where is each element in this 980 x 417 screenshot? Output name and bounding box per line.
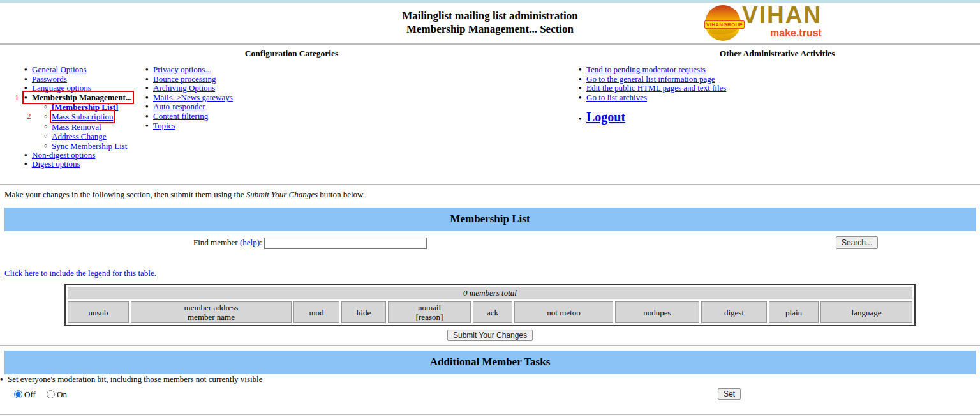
find-member-input[interactable] bbox=[264, 238, 427, 249]
topics-link[interactable]: Topics bbox=[153, 121, 175, 130]
mass-removal-link[interactable]: Mass Removal bbox=[52, 121, 101, 131]
content-filtering-link[interactable]: Content filtering bbox=[153, 111, 208, 121]
moderation-bit-task-label: Set everyone's moderation bit, including… bbox=[8, 374, 262, 384]
bounce-processing-link[interactable]: Bounce processing bbox=[153, 74, 216, 84]
instructions-prefix: Make your changes in the following secti… bbox=[4, 190, 246, 199]
membership-list-link[interactable]: [Membership List] bbox=[52, 102, 118, 112]
nav-item-membership-management: 1 Membership Management... bbox=[24, 93, 145, 103]
edit-public-html-link[interactable]: Edit the public HTML pages and text file… bbox=[586, 83, 726, 93]
column-header-unsub: unsub bbox=[68, 301, 129, 323]
members-total-cell: 0 members total bbox=[68, 287, 912, 299]
nav-item-mail-news-gateways: Mail<->News gateways bbox=[145, 93, 233, 103]
nav-item-passwords: Passwords bbox=[24, 75, 145, 84]
moderation-bit-task: Set everyone's moderation bit, including… bbox=[0, 374, 980, 384]
column-header-digest: digest bbox=[701, 301, 767, 323]
archiving-options-link[interactable]: Archiving Options bbox=[153, 83, 215, 93]
logout-link[interactable]: Logout bbox=[586, 110, 625, 124]
radio-off-option[interactable]: Off bbox=[14, 390, 36, 399]
navigation-area: Configuration Categories General Options… bbox=[4, 45, 976, 184]
bullet-icon bbox=[579, 114, 586, 124]
bullet-icon bbox=[24, 84, 32, 93]
bullet-icon bbox=[0, 374, 8, 384]
instructions-text: Make your changes in the following secti… bbox=[4, 190, 980, 200]
admin-item-list-info-page: Go to the general list information page bbox=[579, 75, 976, 84]
column-header-member-address: member addressmember name bbox=[131, 301, 292, 323]
admin-item-edit-html: Edit the public HTML pages and text file… bbox=[579, 84, 976, 93]
general-options-link[interactable]: General Options bbox=[32, 64, 87, 74]
find-member-row: Find member (help): Search... bbox=[0, 236, 980, 252]
bullet-icon bbox=[579, 84, 586, 93]
bullet-icon bbox=[145, 93, 153, 103]
nav-item-content-filtering: Content filtering bbox=[145, 112, 233, 121]
additional-member-tasks-banner: Additional Member Tasks bbox=[4, 351, 976, 374]
other-admin-activities-section: Other Administrative Activities Tend to … bbox=[579, 49, 976, 184]
circle-bullet-icon bbox=[44, 112, 52, 121]
privacy-options-link[interactable]: Privacy options... bbox=[153, 64, 211, 74]
nav-item-digest-options: Digest options bbox=[24, 160, 145, 169]
sync-membership-list-link[interactable]: Sync Membership List bbox=[52, 140, 127, 150]
configuration-categories-section: Configuration Categories General Options… bbox=[4, 49, 579, 184]
configuration-categories-heading: Configuration Categories bbox=[4, 49, 579, 59]
nav-item-language-options: Language options bbox=[24, 84, 145, 93]
non-digest-options-link[interactable]: Non-digest options bbox=[32, 150, 95, 160]
members-header-row: unsub member addressmember name mod hide… bbox=[68, 301, 912, 323]
bullet-icon bbox=[24, 160, 32, 169]
radio-on-input[interactable] bbox=[47, 390, 55, 398]
bullet-icon bbox=[24, 75, 32, 84]
bullet-icon bbox=[145, 75, 153, 84]
radio-on-option[interactable]: On bbox=[47, 390, 67, 399]
nav-item-mass-subscription: 2 Mass Subscription bbox=[44, 112, 145, 121]
nav-item-privacy-options: Privacy options... bbox=[145, 65, 233, 75]
language-options-link[interactable]: Language options bbox=[32, 83, 91, 93]
radio-on-label: On bbox=[57, 390, 67, 399]
annotation-box-2: Mass Subscription bbox=[52, 112, 113, 121]
instructions-suffix: button below. bbox=[318, 190, 365, 199]
auto-responder-link[interactable]: Auto-responder bbox=[153, 102, 205, 111]
nav-item-topics: Topics bbox=[145, 121, 233, 131]
find-member-label: Find member bbox=[193, 238, 240, 247]
set-button[interactable]: Set bbox=[718, 388, 741, 400]
bullet-icon bbox=[145, 102, 153, 112]
column-header-nomail: nomail[reason] bbox=[388, 301, 471, 323]
nav-item-membership-list: [Membership List] bbox=[44, 102, 145, 112]
bullet-icon bbox=[24, 151, 32, 160]
bullet-icon bbox=[145, 112, 153, 121]
nav-item-bounce-processing: Bounce processing bbox=[145, 75, 233, 84]
bullet-icon bbox=[145, 121, 153, 131]
submit-your-changes-button[interactable]: Submit Your Changes bbox=[447, 330, 533, 341]
bullet-icon bbox=[579, 65, 586, 75]
admin-item-moderator-requests: Tend to pending moderator requests bbox=[579, 65, 976, 75]
passwords-link[interactable]: Passwords bbox=[32, 74, 67, 84]
submit-row: Submit Your Changes bbox=[0, 330, 980, 341]
mail-news-gateways-link[interactable]: Mail<->News gateways bbox=[153, 93, 233, 102]
annotation-box-1: Membership Management... bbox=[24, 93, 132, 102]
members-table: 0 members total unsub member addressmemb… bbox=[64, 284, 916, 326]
address-change-link[interactable]: Address Change bbox=[52, 131, 107, 140]
admin-activities-list: Tend to pending moderator requests Go to… bbox=[579, 65, 976, 124]
list-archives-link[interactable]: Go to list archives bbox=[586, 93, 647, 102]
section-divider bbox=[0, 184, 980, 185]
nav-item-archiving-options: Archiving Options bbox=[145, 84, 233, 93]
find-member-help-link[interactable]: (help) bbox=[240, 238, 260, 247]
circle-bullet-icon bbox=[44, 122, 52, 132]
general-list-info-link[interactable]: Go to the general list information page bbox=[586, 74, 715, 84]
other-admin-activities-heading: Other Administrative Activities bbox=[579, 49, 976, 59]
column-header-hide: hide bbox=[341, 301, 386, 323]
include-legend-link[interactable]: Click here to include the legend for thi… bbox=[4, 268, 156, 278]
digest-options-link[interactable]: Digest options bbox=[32, 159, 80, 169]
pending-moderator-requests-link[interactable]: Tend to pending moderator requests bbox=[586, 64, 706, 74]
column-header-not-metoo: not metoo bbox=[514, 301, 613, 323]
admin-item-logout: Logout bbox=[579, 112, 976, 124]
nav-item-general-options: General Options bbox=[24, 65, 145, 75]
bullet-icon bbox=[24, 65, 32, 75]
search-button[interactable]: Search... bbox=[836, 236, 878, 249]
membership-list-banner: Membership List bbox=[4, 208, 976, 231]
circle-bullet-icon bbox=[44, 141, 52, 151]
circle-bullet-icon bbox=[44, 132, 52, 141]
circle-bullet-icon bbox=[44, 102, 52, 112]
radio-off-input[interactable] bbox=[14, 390, 22, 398]
mass-subscription-link[interactable]: Mass Subscription bbox=[52, 112, 113, 121]
instructions-emphasis: Submit Your Changes bbox=[246, 190, 318, 199]
additional-tasks-list: Set everyone's moderation bit, including… bbox=[0, 374, 980, 384]
legend-line: Click here to include the legend for thi… bbox=[4, 268, 980, 278]
